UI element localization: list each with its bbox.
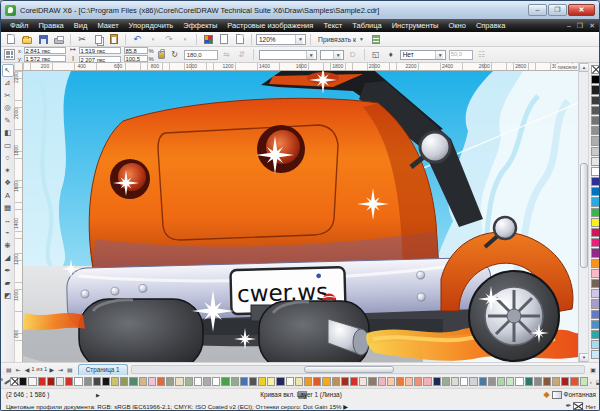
last-page-icon[interactable]: ⇥: [56, 366, 65, 373]
doc-color-swatch[interactable]: [570, 377, 578, 386]
horizontal-scroll-thumb[interactable]: [304, 366, 394, 373]
doc-color-swatch[interactable]: [350, 377, 358, 386]
doc-color-swatch[interactable]: [19, 377, 27, 386]
color-swatch[interactable]: [591, 136, 600, 145]
color-swatch[interactable]: [591, 310, 600, 319]
undo-button[interactable]: ↶: [130, 33, 144, 46]
doc-color-swatch[interactable]: [175, 377, 183, 386]
next-page-icon[interactable]: ▶: [47, 366, 56, 373]
freehand-tool[interactable]: ✎: [2, 114, 14, 127]
doc-color-swatch[interactable]: [414, 377, 422, 386]
rotation-angle-field[interactable]: 180,0: [184, 50, 218, 60]
color-swatch[interactable]: [591, 197, 600, 206]
horizontal-scrollbar[interactable]: [131, 365, 586, 374]
doc-color-swatch[interactable]: [460, 377, 468, 386]
doc-color-swatch[interactable]: [240, 377, 248, 386]
fill-tool[interactable]: ▰: [2, 277, 14, 290]
outline-size-field[interactable]: 50,0: [449, 50, 473, 60]
doc-color-swatch[interactable]: [396, 377, 404, 386]
color-swatch[interactable]: [591, 248, 600, 257]
menu-item-5[interactable]: Упорядочить: [124, 19, 179, 32]
doc-color-swatch[interactable]: [313, 377, 321, 386]
ruler-origin-corner[interactable]: [15, 63, 23, 71]
doc-color-swatch[interactable]: [231, 377, 239, 386]
color-swatch[interactable]: [591, 106, 600, 115]
doc-color-swatch[interactable]: [341, 377, 349, 386]
color-swatch[interactable]: [591, 238, 600, 247]
add-page-icon[interactable]: ▤: [4, 366, 14, 373]
doc-color-swatch[interactable]: [295, 377, 303, 386]
doc-color-swatch[interactable]: [267, 377, 275, 386]
doc-color-swatch[interactable]: [276, 377, 284, 386]
interactive-fill-tool[interactable]: ◩: [2, 289, 14, 302]
menu-item-7[interactable]: Растровые изображения: [222, 19, 318, 32]
cut-button[interactable]: ✂: [75, 33, 89, 46]
options-button[interactable]: [369, 33, 383, 46]
doc-color-swatch[interactable]: [185, 377, 193, 386]
doc-color-swatch[interactable]: [258, 377, 266, 386]
doc-color-swatch[interactable]: [221, 377, 229, 386]
doc-color-swatch[interactable]: [515, 377, 523, 386]
text-tool[interactable]: A: [2, 189, 14, 202]
minimize-button[interactable]: –: [528, 4, 547, 16]
status-flyout-icon[interactable]: ▶: [96, 392, 100, 398]
ellipse-tool[interactable]: ○: [2, 152, 14, 165]
color-swatch[interactable]: [591, 228, 600, 237]
scale-x-field[interactable]: 85,8: [124, 47, 148, 54]
lock-ratio-icon[interactable]: [158, 51, 165, 59]
menu-item-3[interactable]: Вид: [69, 19, 93, 32]
vertical-ruler[interactable]: 2200200018001600140012001000800: [15, 71, 23, 362]
doc-color-swatch[interactable]: [286, 377, 294, 386]
doc-restore-button[interactable]: ❐: [577, 19, 583, 32]
vertical-scrollbar[interactable]: ▲ ▼: [578, 63, 588, 362]
units-combobox[interactable]: ▼: [320, 50, 344, 60]
doc-color-swatch[interactable]: [129, 377, 137, 386]
doc-no-color-swatch[interactable]: [10, 377, 18, 386]
menu-item-6[interactable]: Эффекты: [178, 19, 222, 32]
doc-color-swatch[interactable]: [451, 377, 459, 386]
palette-expand-icon[interactable]: ⬓: [594, 378, 600, 385]
polygon-tool[interactable]: ✶: [2, 164, 14, 177]
color-swatch[interactable]: [591, 75, 600, 84]
doc-color-swatch[interactable]: [304, 377, 312, 386]
doc-minimize-button[interactable]: –: [567, 19, 571, 32]
menu-item-4[interactable]: Макет: [92, 19, 123, 32]
zoom-dropdown-icon[interactable]: ▼: [295, 35, 303, 44]
color-swatch[interactable]: [591, 330, 600, 339]
outline-width-combobox[interactable]: Нет ▼: [400, 50, 446, 60]
blend-tool[interactable]: ❋: [2, 239, 14, 252]
color-swatch[interactable]: [591, 167, 600, 176]
crop-tool[interactable]: ✂: [2, 89, 14, 102]
object-height-field[interactable]: 2 207 пкс: [79, 56, 121, 63]
menu-item-12[interactable]: Справка: [471, 19, 510, 32]
corner-settings-button[interactable]: ◱: [370, 49, 382, 61]
doc-color-swatch[interactable]: [332, 377, 340, 386]
color-swatch[interactable]: [591, 177, 600, 186]
pick-tool[interactable]: ↖: [2, 64, 14, 77]
mirror-vertical-button[interactable]: ⇵: [236, 49, 248, 61]
menu-item-11[interactable]: Окно: [443, 19, 470, 32]
doc-color-swatch[interactable]: [65, 377, 73, 386]
object-width-field[interactable]: 1 519 пкс: [79, 47, 121, 54]
doc-color-swatch[interactable]: [525, 377, 533, 386]
doc-color-swatch[interactable]: [368, 377, 376, 386]
doc-color-swatch[interactable]: [148, 377, 156, 386]
doc-color-swatch[interactable]: [102, 377, 110, 386]
color-swatch[interactable]: [591, 259, 600, 268]
color-swatch[interactable]: [591, 350, 600, 359]
doc-color-swatch[interactable]: [479, 377, 487, 386]
doc-color-swatch[interactable]: [194, 377, 202, 386]
to-front-button[interactable]: ☷: [476, 49, 488, 61]
first-page-icon[interactable]: ⇤: [14, 366, 23, 373]
color-swatch[interactable]: [591, 279, 600, 288]
x-position-field[interactable]: 2 841 пкс: [24, 47, 66, 54]
doc-color-swatch[interactable]: [84, 377, 92, 386]
undo-dropdown[interactable]: ▾: [146, 33, 160, 46]
doc-color-swatch[interactable]: [47, 377, 55, 386]
wrap-text-button[interactable]: D: [347, 49, 359, 61]
doc-color-swatch[interactable]: [469, 377, 477, 386]
doc-color-swatch[interactable]: [552, 377, 560, 386]
doc-color-swatch[interactable]: [56, 377, 64, 386]
new-document-button[interactable]: [4, 33, 18, 46]
doc-color-swatch[interactable]: [212, 377, 220, 386]
